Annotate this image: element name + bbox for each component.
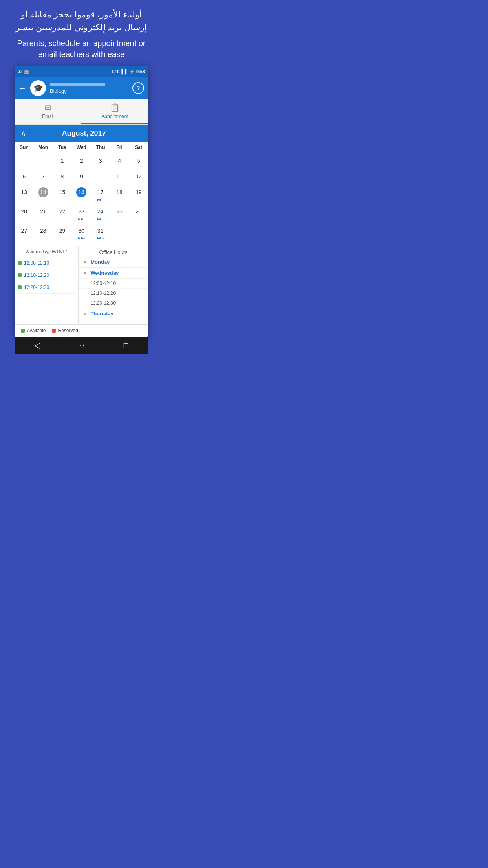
day-tue: Tue: [53, 143, 72, 152]
promo-arabic-text: أولياء الأمور، قوموا بحجز مقابلة أو إرسا…: [12, 8, 151, 34]
oh-day-wednesday[interactable]: ∧ Wednesday: [79, 268, 148, 279]
appt-time-1: 12:00-12:10: [24, 260, 49, 266]
home-nav-button[interactable]: ○: [76, 338, 87, 353]
cal-cell-10[interactable]: 10: [91, 169, 110, 185]
oh-day-thursday[interactable]: ∨ Thursday: [79, 308, 148, 319]
day-sun: Sun: [15, 143, 34, 152]
back-nav-button[interactable]: ◁: [31, 337, 43, 353]
bottom-section: Wednesday, 08/16/17 12:00-12:10 12:10-12…: [15, 246, 148, 324]
promo-section: أولياء الأمور، قوموا بحجز مقابلة أو إرسا…: [0, 0, 163, 66]
cal-cell-6[interactable]: 6: [15, 169, 34, 185]
available-dot-1: [18, 261, 22, 265]
selected-date-label: Wednesday, 08/16/17: [18, 249, 75, 254]
cal-dots-30: +: [78, 237, 85, 240]
cal-cell-2[interactable]: 2: [72, 153, 91, 169]
cal-dots-24: +: [97, 217, 104, 221]
cal-cell-18[interactable]: 18: [110, 185, 129, 204]
cal-cell-29[interactable]: 29: [53, 223, 72, 243]
appt-item-1[interactable]: 12:00-12:10: [18, 257, 75, 269]
cal-cell-9[interactable]: 9: [72, 169, 91, 185]
dot-plus: +: [102, 237, 104, 240]
cal-cell-31[interactable]: 31 +: [91, 223, 110, 243]
reserved-legend-dot: [52, 329, 56, 333]
cal-cell-25[interactable]: 25: [110, 204, 129, 223]
available-legend-label: Available: [27, 328, 46, 333]
cal-cell-7[interactable]: 7: [34, 169, 53, 185]
dot-plus: +: [102, 217, 104, 221]
day-thu: Thu: [91, 143, 110, 152]
cal-cell-17[interactable]: 17 +: [91, 185, 110, 204]
appt-item-2[interactable]: 12:10-12:20: [18, 269, 75, 281]
prev-month-button[interactable]: ∧: [21, 129, 26, 138]
tab-bar: ✉ Email 📋 Appointment: [15, 99, 148, 125]
monday-label: Monday: [90, 259, 110, 265]
cal-cell-14[interactable]: 14: [34, 185, 53, 204]
wednesday-chevron-icon: ∧: [82, 270, 88, 276]
cal-cell-26[interactable]: 26: [129, 204, 148, 223]
back-button[interactable]: ←: [18, 84, 26, 93]
oh-day-monday[interactable]: ∧ Monday: [79, 257, 148, 268]
dot-purple: [99, 199, 101, 201]
cal-cell-5[interactable]: 5: [129, 153, 148, 169]
phone-shell: ✉ 🤖 LTE ▌▌ ⚡ 9:53 ← 🎓 Biology ? ✉ Email …: [15, 66, 148, 337]
cal-cell-13[interactable]: 13: [15, 185, 34, 204]
dot-plus: +: [83, 237, 85, 240]
office-hours-panel: Office Hours ∧ Monday ∧ Wednesday 12:00-…: [79, 246, 148, 324]
promo-english-text: Parents, schedule an appointment or emai…: [12, 38, 151, 60]
cal-cell-21[interactable]: 21: [34, 204, 53, 223]
appointment-tab-label: Appointment: [101, 114, 128, 119]
cal-dots-17: +: [97, 198, 104, 202]
cal-cell-28[interactable]: 28: [34, 223, 53, 243]
dot-blue: [99, 237, 101, 239]
calendar-month-title: August, 2017: [26, 129, 142, 138]
dot-blue: [97, 218, 99, 220]
tab-email[interactable]: ✉ Email: [15, 99, 81, 124]
cal-cell-12[interactable]: 12: [129, 169, 148, 185]
teacher-subject: Biology: [50, 88, 128, 94]
cal-cell-24[interactable]: 24 +: [91, 204, 110, 223]
calendar-day-names: Sun Mon Tue Wed Thu Fri Sat: [15, 142, 148, 153]
oh-time-wed-2[interactable]: 12:10-12:20: [79, 289, 148, 298]
cal-cell-empty: [110, 223, 129, 243]
day-wed: Wed: [72, 143, 91, 152]
cal-cell-15[interactable]: 15: [53, 185, 72, 204]
dot-blue: [81, 218, 83, 220]
status-right-info: LTE ▌▌ ⚡ 9:53: [112, 69, 145, 74]
cal-cell-20[interactable]: 20: [15, 204, 34, 223]
oh-time-wed-1[interactable]: 12:00-12:10: [79, 279, 148, 289]
available-legend-dot: [21, 329, 25, 333]
signal-icon: ▌▌: [121, 69, 128, 74]
battery-icon: ⚡: [129, 69, 135, 74]
cal-cell-16[interactable]: 16: [72, 185, 91, 204]
appt-item-3[interactable]: 12:20-12:30: [18, 281, 75, 294]
thursday-label: Thursday: [90, 311, 114, 316]
cal-cell-22[interactable]: 22: [53, 204, 72, 223]
cal-cell-27[interactable]: 27: [15, 223, 34, 243]
tab-appointment[interactable]: 📋 Appointment: [81, 99, 148, 124]
help-button[interactable]: ?: [132, 82, 144, 94]
dot-plus: +: [83, 217, 85, 221]
cal-cell-3[interactable]: 3: [91, 153, 110, 169]
cal-dots-31: +: [97, 237, 104, 240]
reserved-legend-label: Reserved: [58, 328, 78, 333]
email-status-icon: ✉: [18, 69, 22, 74]
cal-cell-23[interactable]: 23 +: [72, 204, 91, 223]
lte-label: LTE: [112, 69, 120, 74]
cal-cell-19[interactable]: 19: [129, 185, 148, 204]
cal-cell-1[interactable]: 1: [53, 153, 72, 169]
cal-cell-empty: [15, 153, 34, 169]
cal-cell-8[interactable]: 8: [53, 169, 72, 185]
cal-cell-4[interactable]: 4: [110, 153, 129, 169]
appointment-tab-icon: 📋: [110, 103, 120, 112]
cal-cell-30[interactable]: 30 +: [72, 223, 91, 243]
teacher-info: Biology: [50, 83, 128, 94]
cal-cell-11[interactable]: 11: [110, 169, 129, 185]
dot-plus: +: [102, 198, 104, 202]
recent-nav-button[interactable]: □: [121, 338, 132, 353]
android-icon: 🤖: [24, 69, 29, 74]
cal-cell-empty: [129, 223, 148, 243]
legend-available: Available: [21, 328, 46, 333]
email-tab-label: Email: [42, 114, 54, 119]
oh-time-wed-3[interactable]: 12:20-12:30: [79, 298, 148, 308]
dot-blue: [97, 199, 99, 201]
